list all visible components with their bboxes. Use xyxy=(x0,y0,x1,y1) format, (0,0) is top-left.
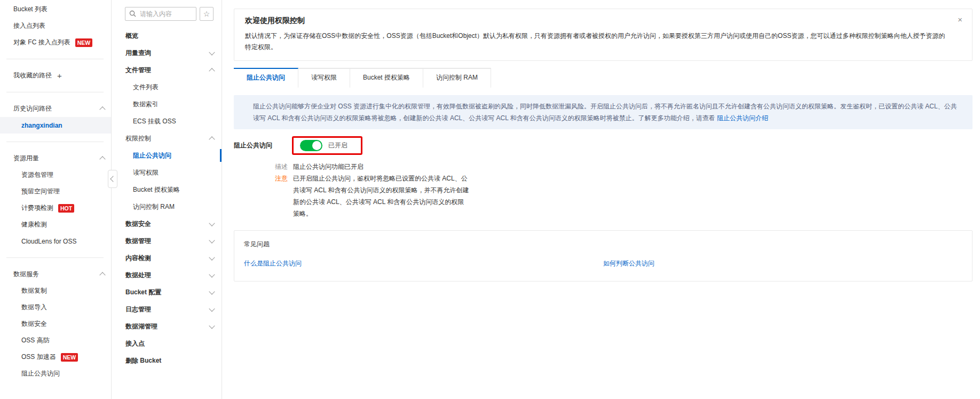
bucket-nav-item-label: 内容检测 xyxy=(125,254,151,263)
info-banner: 阻止公共访问能够方便企业对 OSS 资源进行集中化的权限管理，有效降低数据被盗刷… xyxy=(234,95,973,129)
bucket-nav-item-label: 权限控制 xyxy=(125,134,151,143)
star-icon: ☆ xyxy=(203,10,210,18)
sidebar-item-CloudLens for OSS[interactable]: CloudLens for OSS xyxy=(0,233,111,249)
sidebar-item-label: 资源用量 xyxy=(13,154,39,163)
toggle-description-block: 描述 阻止公共访问功能已开启 注意 已开启阻止公共访问，鉴权时将忽略已设置的公共… xyxy=(275,161,973,220)
sidebar-item-历史访问路径[interactable]: 历史访问路径 xyxy=(0,100,111,117)
sidebar-item-label: 数据复制 xyxy=(21,286,47,295)
bucket-nav-item-访问控制 RAM[interactable]: 访问控制 RAM xyxy=(112,198,222,215)
sidebar-item-资源用量[interactable]: 资源用量 xyxy=(0,150,111,167)
badge-new: NEW xyxy=(75,38,93,47)
tab-Bucket 授权策略[interactable]: Bucket 授权策略 xyxy=(350,68,423,88)
bucket-nav-item-label: 阻止公共访问 xyxy=(133,151,171,160)
chevron-up-icon xyxy=(99,106,105,112)
sidebar-item-zhangxindian[interactable]: zhangxindian xyxy=(0,117,111,134)
bucket-nav-item-删除 Bucket[interactable]: 删除 Bucket xyxy=(112,352,222,369)
tab-读写权限[interactable]: 读写权限 xyxy=(298,68,350,88)
chevron-up-icon xyxy=(209,68,215,74)
sidebar-item-OSS 高防[interactable]: OSS 高防 xyxy=(0,332,111,349)
sidebar-item-label: 阻止公共访问 xyxy=(21,369,60,378)
chevron-down-icon xyxy=(209,254,215,260)
sidebar-item-label: 数据服务 xyxy=(13,270,39,279)
bucket-nav-item-日志管理[interactable]: 日志管理 xyxy=(112,301,222,318)
bucket-nav-item-文件管理[interactable]: 文件管理 xyxy=(112,61,222,79)
bucket-nav-item-读写权限[interactable]: 读写权限 xyxy=(112,164,222,181)
sidebar-item-阻止公共访问[interactable]: 阻止公共访问 xyxy=(0,365,111,382)
block-public-access-intro-link[interactable]: 阻止公共访问介绍 xyxy=(717,114,768,122)
sidebar-collapse-handle[interactable] xyxy=(108,170,117,188)
sidebar-item-预留空间管理[interactable]: 预留空间管理 xyxy=(0,183,111,200)
search-icon xyxy=(129,10,136,17)
primary-sidebar: Bucket 列表接入点列表对象 FC 接入点列表NEW我收藏的路径+历史访问路… xyxy=(0,0,112,399)
search-box xyxy=(125,7,196,21)
favorite-button[interactable]: ☆ xyxy=(200,7,214,21)
chevron-down-icon xyxy=(209,220,215,226)
bucket-nav-item-Bucket 授权策略[interactable]: Bucket 授权策略 xyxy=(112,181,222,198)
sidebar-item-健康检测[interactable]: 健康检测 xyxy=(0,216,111,233)
chevron-down-icon xyxy=(209,306,215,311)
sidebar-item-对象 FC 接入点列表[interactable]: 对象 FC 接入点列表NEW xyxy=(0,34,111,51)
block-public-access-toggle[interactable] xyxy=(300,140,322,151)
sidebar-item-数据导入[interactable]: 数据导入 xyxy=(0,299,111,316)
faq-links: 什么是阻止公共访问如何判断公共访问 xyxy=(244,259,962,268)
bucket-nav-item-数据索引[interactable]: 数据索引 xyxy=(112,96,222,113)
bucket-nav-item-接入点[interactable]: 接入点 xyxy=(112,335,222,352)
bucket-nav-item-label: 数据湖管理 xyxy=(125,322,157,331)
bucket-nav-item-label: 概览 xyxy=(125,32,138,41)
sidebar-item-Bucket 列表[interactable]: Bucket 列表 xyxy=(0,1,111,18)
sidebar-item-label: Bucket 列表 xyxy=(13,5,48,14)
bucket-nav-item-label: 文件管理 xyxy=(125,66,151,75)
bucket-nav-item-概览[interactable]: 概览 xyxy=(112,27,222,44)
sidebar-divider xyxy=(6,59,104,59)
bucket-nav-item-label: 访问控制 RAM xyxy=(133,202,175,212)
sidebar-item-数据复制[interactable]: 数据复制 xyxy=(0,283,111,299)
bucket-nav-item-用量查询[interactable]: 用量查询 xyxy=(112,44,222,61)
bucket-nav-item-数据处理[interactable]: 数据处理 xyxy=(112,267,222,284)
bucket-nav-item-数据湖管理[interactable]: 数据湖管理 xyxy=(112,318,222,335)
add-path-icon[interactable]: + xyxy=(57,72,62,80)
sidebar-item-数据服务[interactable]: 数据服务 xyxy=(0,266,111,283)
badge-new: NEW xyxy=(61,353,78,362)
sidebar-item-label: 数据导入 xyxy=(21,303,47,312)
bucket-nav-item-label: 用量查询 xyxy=(125,49,151,58)
faq-title: 常见问题 xyxy=(244,240,962,249)
welcome-title: 欢迎使用权限控制 xyxy=(245,16,947,26)
sidebar-item-资源包管理[interactable]: 资源包管理 xyxy=(0,167,111,183)
bucket-nav-item-label: 数据安全 xyxy=(125,220,151,229)
sidebar-item-label: OSS 加速器 xyxy=(21,353,56,362)
faq-card: 常见问题 什么是阻止公共访问如何判断公共访问 xyxy=(234,230,973,281)
primary-sidebar-list: Bucket 列表接入点列表对象 FC 接入点列表NEW我收藏的路径+历史访问路… xyxy=(0,1,111,382)
chevron-up-icon xyxy=(99,156,105,162)
sidebar-item-接入点列表[interactable]: 接入点列表 xyxy=(0,18,111,34)
bucket-nav-item-权限控制[interactable]: 权限控制 xyxy=(112,130,222,147)
bucket-nav-item-ECS 挂载 OSS[interactable]: ECS 挂载 OSS xyxy=(112,113,222,130)
bucket-nav-item-label: Bucket 配置 xyxy=(125,288,161,297)
description-text: 阻止公共访问功能已开启 xyxy=(293,161,363,173)
bucket-sidebar: ☆ 概览用量查询文件管理文件列表数据索引ECS 挂载 OSS权限控制阻止公共访问… xyxy=(112,0,222,399)
sidebar-item-label: 资源包管理 xyxy=(21,170,53,179)
bucket-nav-item-内容检测[interactable]: 内容检测 xyxy=(112,249,222,267)
main-content: 欢迎使用权限控制 默认情况下，为保证存储在OSS中数据的安全性，OSS资源（包括… xyxy=(222,0,980,399)
bucket-sidebar-search-row: ☆ xyxy=(125,7,215,21)
sidebar-item-我收藏的路径[interactable]: 我收藏的路径+ xyxy=(0,67,111,84)
chevron-down-icon xyxy=(209,271,215,277)
bucket-nav-item-数据安全[interactable]: 数据安全 xyxy=(112,215,222,232)
sidebar-divider xyxy=(6,92,104,92)
tab-阻止公共访问[interactable]: 阻止公共访问 xyxy=(234,68,298,88)
faq-link-如何判断公共访问[interactable]: 如何判断公共访问 xyxy=(603,259,962,268)
sidebar-item-数据安全[interactable]: 数据安全 xyxy=(0,316,111,332)
bucket-nav-item-label: 读写权限 xyxy=(133,168,159,177)
close-icon[interactable]: × xyxy=(958,15,962,24)
bucket-nav-item-Bucket 配置[interactable]: Bucket 配置 xyxy=(112,284,222,301)
chevron-up-icon xyxy=(209,136,215,142)
sidebar-item-label: 接入点列表 xyxy=(13,21,45,30)
sidebar-item-计费项检测[interactable]: 计费项检测HOT xyxy=(0,200,111,216)
bucket-nav-item-数据管理[interactable]: 数据管理 xyxy=(112,232,222,249)
description-label: 描述 xyxy=(275,161,293,173)
sidebar-item-label: 预留空间管理 xyxy=(21,187,60,196)
sidebar-item-OSS 加速器[interactable]: OSS 加速器NEW xyxy=(0,349,111,365)
faq-link-什么是阻止公共访问[interactable]: 什么是阻止公共访问 xyxy=(244,259,603,268)
tab-访问控制 RAM[interactable]: 访问控制 RAM xyxy=(423,68,491,88)
bucket-nav-item-文件列表[interactable]: 文件列表 xyxy=(112,79,222,96)
bucket-nav-item-阻止公共访问[interactable]: 阻止公共访问 xyxy=(112,147,222,164)
